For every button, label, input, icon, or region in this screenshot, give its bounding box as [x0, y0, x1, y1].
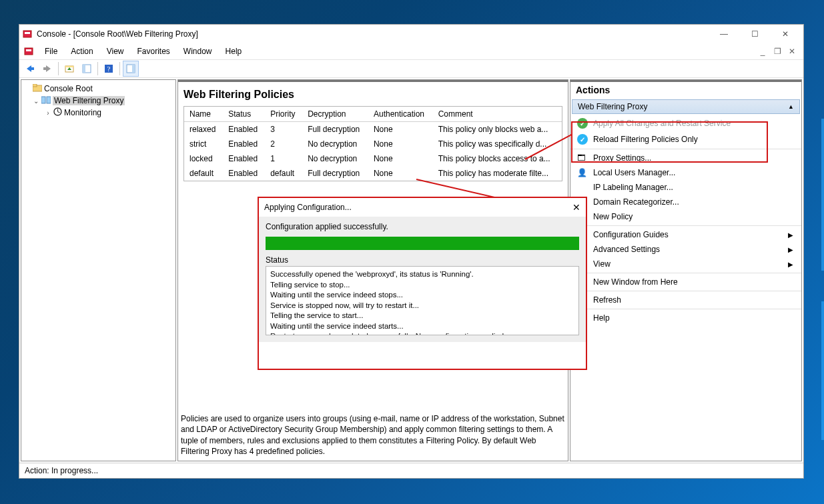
table-row[interactable]: relaxedEnabled3Full decryptionNoneThis p…	[184, 122, 562, 137]
action-label: Advanced Settings	[593, 245, 660, 254]
table-cell: No decryption	[302, 151, 368, 166]
status-log[interactable]: Successfully opened the 'webproxyd', its…	[266, 266, 579, 335]
maximize-button[interactable]: ☐	[739, 25, 770, 43]
col-decryption[interactable]: Decryption	[302, 107, 368, 122]
proxy-icon	[41, 96, 51, 106]
users-icon: 👤	[577, 168, 588, 177]
svg-rect-20	[47, 97, 51, 103]
action-label: Domain Recategorizer...	[593, 197, 679, 207]
col-comment[interactable]: Comment	[433, 107, 562, 122]
table-cell: Full decryption	[302, 166, 368, 181]
action-refresh[interactable]: Refresh	[570, 291, 801, 307]
mdi-restore[interactable]: ❐	[773, 47, 782, 56]
action-view[interactable]: View▶	[570, 257, 801, 271]
collapse-icon: ▲	[788, 103, 794, 110]
col-priority[interactable]: Priority	[265, 107, 302, 122]
show-hide-tree-button[interactable]	[79, 61, 95, 77]
action-configuration-guides[interactable]: Configuration Guides▶	[570, 225, 801, 242]
action-reload-filtering-policies-only[interactable]: ✓Reload Filtering Policies Only	[570, 131, 801, 147]
action-label: Help	[593, 313, 610, 323]
tree-pane[interactable]: Console Root ⌄ Web Filtering Proxy › Mon…	[21, 79, 176, 461]
chevron-right-icon: ▶	[788, 261, 793, 268]
table-row[interactable]: lockedEnabled1No decryptionNoneThis poli…	[184, 151, 562, 166]
menu-action[interactable]: Action	[64, 45, 99, 57]
action-help[interactable]: Help	[570, 309, 801, 325]
table-cell: None	[368, 122, 433, 137]
col-name[interactable]: Name	[184, 107, 223, 122]
col-status[interactable]: Status	[223, 107, 265, 122]
mmc-window: Console - [Console Root\Web Filtering Pr…	[19, 24, 804, 479]
tree-label: Web Filtering Proxy	[53, 96, 125, 105]
table-cell: 2	[265, 137, 302, 151]
table-cell: relaxed	[184, 122, 223, 137]
window-title: Console - [Console Root\Web Filtering Pr…	[37, 29, 198, 39]
table-row[interactable]: strictEnabled2No decryptionNoneThis poli…	[184, 137, 562, 151]
toolbar-separator	[119, 62, 120, 75]
back-button[interactable]	[22, 61, 38, 77]
center-header: Web Filtering Policies	[178, 80, 568, 106]
svg-line-23	[58, 112, 60, 113]
app-icon-small	[23, 46, 34, 57]
tree-label: Monitoring	[64, 108, 101, 117]
clock-icon	[53, 107, 62, 118]
svg-rect-16	[132, 65, 135, 73]
menu-window[interactable]: Window	[177, 45, 219, 57]
minimize-button[interactable]: ―	[709, 25, 739, 43]
toolbar-separator	[58, 62, 59, 75]
action-label: Refresh	[593, 295, 621, 305]
table-cell: This policy only blocks web a...	[433, 122, 562, 137]
help-button[interactable]: ?	[101, 61, 117, 77]
action-advanced-settings[interactable]: Advanced Settings▶	[570, 242, 801, 257]
action-domain-recategorizer[interactable]: Domain Recategorizer...	[570, 195, 801, 209]
forward-button[interactable]	[39, 61, 55, 77]
table-cell: default	[184, 166, 223, 181]
menu-favorites[interactable]: Favorites	[131, 45, 177, 57]
table-cell: Enabled	[223, 166, 265, 181]
action-label: New Policy	[593, 212, 633, 221]
tree-node-monitoring[interactable]: › Monitoring	[24, 107, 173, 119]
actions-pane: Actions Web Filtering Proxy ▲ ✓Apply All…	[570, 79, 802, 461]
menu-help[interactable]: Help	[219, 45, 249, 57]
window-controls: ― ☐ ✕	[709, 25, 801, 43]
show-actions-button[interactable]	[123, 61, 139, 77]
action-new-policy[interactable]: New Policy	[570, 209, 801, 224]
svg-marker-4	[27, 65, 31, 72]
table-cell: None	[368, 166, 433, 181]
svg-rect-12	[83, 65, 85, 73]
tree-root[interactable]: Console Root	[24, 83, 173, 95]
dialog-close-button[interactable]: ✕	[572, 202, 580, 213]
menu-file[interactable]: File	[38, 45, 64, 57]
expander-icon[interactable]: ⌄	[33, 97, 39, 105]
action-local-users-manager[interactable]: 👤Local Users Manager...	[570, 165, 801, 180]
action-label: IP Labeling Manager...	[593, 183, 673, 192]
up-button[interactable]	[61, 61, 77, 77]
menu-view[interactable]: View	[100, 45, 131, 57]
mdi-controls: _ ❐ ✕	[758, 47, 799, 56]
action-apply-all-changes-and-restart-service[interactable]: ✓Apply All Changes and Restart Service	[570, 115, 801, 131]
mdi-close[interactable]: ✕	[787, 47, 797, 56]
table-cell: This policy was specifically d...	[433, 137, 562, 151]
tree-node-proxy[interactable]: ⌄ Web Filtering Proxy	[24, 95, 173, 107]
action-new-window-from-here[interactable]: New Window from Here	[570, 273, 801, 289]
col-auth[interactable]: Authentication	[368, 107, 433, 122]
action-proxy-settings[interactable]: 🗔Proxy Settings...	[570, 149, 801, 165]
table-row[interactable]: defaultEnableddefaultFull decryptionNone…	[184, 166, 562, 181]
actions-subtitle[interactable]: Web Filtering Proxy ▲	[572, 99, 800, 114]
dialog-message: Configuration applied successfully.	[266, 222, 579, 231]
table-cell: None	[368, 137, 433, 151]
tree-label: Console Root	[44, 84, 93, 93]
dialog-body: Configuration applied successfully. Stat…	[259, 217, 586, 342]
app-icon	[22, 29, 33, 39]
table-cell: 3	[265, 122, 302, 137]
action-label: Apply All Changes and Restart Service	[593, 119, 731, 128]
chevron-right-icon: ▶	[788, 246, 793, 253]
mdi-minimize[interactable]: _	[758, 47, 767, 56]
table-cell: Enabled	[223, 137, 265, 151]
action-ip-labeling-manager[interactable]: IP Labeling Manager...	[570, 180, 801, 195]
expander-icon[interactable]: ›	[45, 109, 51, 117]
svg-text:?: ?	[107, 65, 111, 73]
close-button[interactable]: ✕	[770, 25, 801, 43]
desktop-edge-hint	[821, 301, 824, 440]
table-cell: 1	[265, 151, 302, 166]
policy-grid[interactable]: Name Status Priority Decryption Authenti…	[183, 106, 562, 181]
